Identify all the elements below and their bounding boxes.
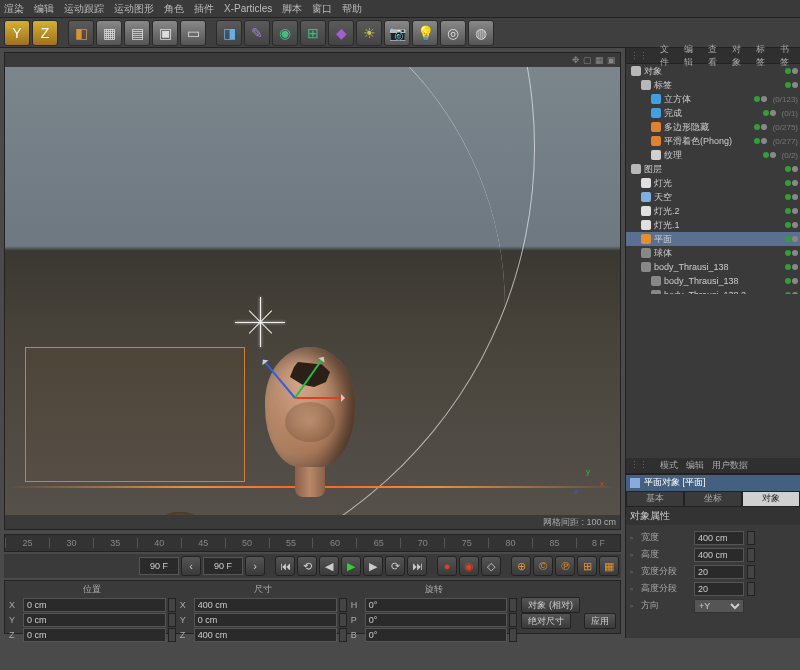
- vp-config-icon[interactable]: ▦: [595, 55, 604, 65]
- visibility-dots[interactable]: [785, 278, 798, 284]
- next-key-button[interactable]: ⟳: [385, 556, 405, 576]
- spinner-icon[interactable]: [168, 598, 176, 612]
- visibility-dots[interactable]: [785, 236, 798, 242]
- spinner-icon[interactable]: [339, 598, 347, 612]
- attr-input-高度[interactable]: [694, 548, 744, 562]
- menu-item[interactable]: 运动跟踪: [64, 2, 104, 16]
- next-frame-button[interactable]: ▶: [363, 556, 383, 576]
- start-frame-input[interactable]: [139, 557, 179, 575]
- menu-item[interactable]: 渲染: [4, 2, 24, 16]
- key-scale-icon[interactable]: ©: [533, 556, 553, 576]
- pos-z-input[interactable]: [23, 628, 166, 642]
- 3d-viewport[interactable]: x y z: [5, 67, 620, 515]
- key-rot-icon[interactable]: ℗: [555, 556, 575, 576]
- object-tree[interactable]: 对象 标签 立方体 (0/123) 完成 (0/1) 多边形隐藏 (0/275)…: [626, 64, 800, 294]
- timeline-ruler[interactable]: 2530 3540 4550 5560 6570 7580 858 F: [4, 534, 621, 552]
- object-relative-button[interactable]: 对象 (相对): [521, 597, 580, 613]
- tab-object[interactable]: 对象: [742, 491, 800, 507]
- vp-maximize-icon[interactable]: ▢: [583, 55, 592, 65]
- visibility-dots[interactable]: [754, 138, 767, 144]
- spinner-icon[interactable]: [509, 598, 517, 612]
- spinner-icon[interactable]: [168, 613, 176, 627]
- camera-obj-icon[interactable]: 📷: [384, 20, 410, 46]
- render-icon[interactable]: ▣: [152, 20, 178, 46]
- keyframe-icon[interactable]: ◇: [481, 556, 501, 576]
- menu-item[interactable]: X-Particles: [224, 3, 272, 14]
- spinner-icon[interactable]: [509, 628, 517, 642]
- rot-b-input[interactable]: [365, 628, 508, 642]
- spinner-icon[interactable]: [747, 548, 755, 562]
- array-icon[interactable]: ⊞: [300, 20, 326, 46]
- attr-input-宽度[interactable]: [694, 531, 744, 545]
- spinner-icon[interactable]: [747, 582, 755, 596]
- deformer-icon[interactable]: ◆: [328, 20, 354, 46]
- visibility-dots[interactable]: [785, 222, 798, 228]
- menu-item[interactable]: 帮助: [342, 2, 362, 16]
- autokey-button[interactable]: ◉: [459, 556, 479, 576]
- absolute-size-button[interactable]: 绝对尺寸: [521, 613, 571, 629]
- tree-row[interactable]: body_Thrausi_138: [626, 274, 800, 288]
- environment-icon[interactable]: ☀: [356, 20, 382, 46]
- tree-row[interactable]: 纹理 (0/2): [626, 148, 800, 162]
- vp-move-icon[interactable]: ✥: [572, 55, 580, 65]
- attr-input-高度分段[interactable]: [694, 582, 744, 596]
- tree-row[interactable]: 平面: [626, 232, 800, 246]
- size-y-input[interactable]: [194, 613, 337, 627]
- tree-row[interactable]: 标签: [626, 78, 800, 92]
- menu-item[interactable]: 运动图形: [114, 2, 154, 16]
- spinner-icon[interactable]: [509, 613, 517, 627]
- prev-frame-button[interactable]: ◀: [319, 556, 339, 576]
- key-pos-icon[interactable]: ⊕: [511, 556, 531, 576]
- tree-row[interactable]: 平滑着色(Phong) (0/277): [626, 134, 800, 148]
- tree-row[interactable]: 灯光.2: [626, 204, 800, 218]
- goto-end-button[interactable]: ⏭: [407, 556, 427, 576]
- axis-z-button[interactable]: Z: [32, 20, 58, 46]
- visibility-dots[interactable]: [785, 194, 798, 200]
- apply-button[interactable]: 应用: [584, 613, 616, 629]
- tree-row[interactable]: 对象: [626, 64, 800, 78]
- current-frame-input[interactable]: [203, 557, 243, 575]
- grip-icon[interactable]: ⋮⋮: [630, 51, 648, 61]
- grip-icon[interactable]: ⋮⋮: [630, 460, 648, 470]
- rot-p-input[interactable]: [365, 613, 508, 627]
- visibility-dots[interactable]: [785, 208, 798, 214]
- attr-select-方向[interactable]: +Y: [694, 599, 744, 613]
- visibility-dots[interactable]: [754, 96, 767, 102]
- spinner-icon[interactable]: [168, 628, 176, 642]
- am-menu-item[interactable]: 编辑: [686, 459, 704, 472]
- size-z-input[interactable]: [194, 628, 337, 642]
- tree-row[interactable]: body_Thrausi_138: [626, 260, 800, 274]
- spline-pen-icon[interactable]: ✎: [244, 20, 270, 46]
- visibility-dots[interactable]: [785, 82, 798, 88]
- size-x-input[interactable]: [194, 598, 337, 612]
- visibility-dots[interactable]: [785, 264, 798, 270]
- dopesheet-icon[interactable]: ▦: [599, 556, 619, 576]
- spinner-icon[interactable]: [747, 531, 755, 545]
- tab-basic[interactable]: 基本: [626, 491, 684, 507]
- spinner-icon[interactable]: [339, 628, 347, 642]
- spinner-icon[interactable]: [747, 565, 755, 579]
- spinner-icon[interactable]: [339, 613, 347, 627]
- tree-row[interactable]: 图层: [626, 162, 800, 176]
- light-icon[interactable]: 💡: [412, 20, 438, 46]
- play-button[interactable]: ▶: [341, 556, 361, 576]
- nurbs-icon[interactable]: ◉: [272, 20, 298, 46]
- rot-h-input[interactable]: [365, 598, 508, 612]
- visibility-dots[interactable]: [785, 180, 798, 186]
- goto-start-button[interactable]: ⏮: [275, 556, 295, 576]
- record-button[interactable]: ●: [437, 556, 457, 576]
- menu-item[interactable]: 窗口: [312, 2, 332, 16]
- camera-icon[interactable]: ▦: [96, 20, 122, 46]
- visibility-dots[interactable]: [785, 250, 798, 256]
- menu-item[interactable]: 脚本: [282, 2, 302, 16]
- cube-icon[interactable]: ◧: [68, 20, 94, 46]
- clapper-icon[interactable]: ▤: [124, 20, 150, 46]
- tree-row[interactable]: 天空: [626, 190, 800, 204]
- visibility-dots[interactable]: [785, 68, 798, 74]
- primitive-cube-icon[interactable]: ◨: [216, 20, 242, 46]
- tree-row[interactable]: 完成 (0/1): [626, 106, 800, 120]
- attr-input-宽度分段[interactable]: [694, 565, 744, 579]
- visibility-dots[interactable]: [785, 166, 798, 172]
- tab-coord[interactable]: 坐标: [684, 491, 742, 507]
- menu-item[interactable]: 编辑: [34, 2, 54, 16]
